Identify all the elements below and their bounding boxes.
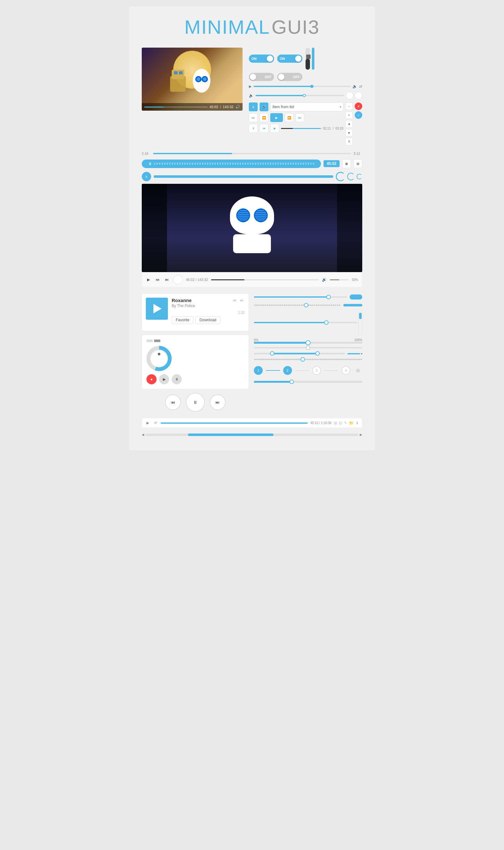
range-pct-row: 0% 100% [254, 338, 362, 344]
horizontal-slider-1[interactable] [254, 86, 350, 87]
pause-transport-btn[interactable]: ⏸ [249, 102, 258, 111]
circle-btn-1[interactable] [346, 92, 354, 99]
rec-play-button[interactable]: ▶ [159, 374, 169, 384]
slider-track-2[interactable] [254, 305, 341, 306]
circle-btn-check[interactable]: ✓ [355, 111, 362, 119]
horizontal-scrollbar[interactable] [146, 434, 358, 436]
range-scroll-track[interactable] [254, 322, 357, 323]
progress-slider-track[interactable] [254, 381, 362, 383]
scrollbar-v-1[interactable] [358, 310, 362, 335]
music-prev-btn[interactable]: ⏮ [232, 298, 237, 303]
circle-btn-2[interactable] [355, 92, 362, 99]
range-scroll-fill [254, 322, 326, 323]
scroll-right-arrow[interactable]: ▶ [360, 433, 362, 436]
pause-pill-button[interactable]: ⏸ [142, 159, 321, 168]
video-content [142, 48, 242, 111]
big-transport-controls: ⏮ ⏸ ⏭ [142, 393, 249, 412]
pause-large-btn[interactable]: ⏸ [142, 172, 151, 181]
svg-point-7 [197, 77, 200, 81]
download-button[interactable]: Download [195, 316, 220, 324]
big-pause-btn[interactable]: ⏸ [186, 393, 205, 412]
vertical-slider-1[interactable] [306, 48, 310, 70]
next-btn[interactable]: ⏩ [285, 113, 293, 122]
double-slider-track[interactable] [254, 353, 345, 354]
video-thumbnail[interactable]: 45:02 / 143:32 🔊 [142, 48, 242, 111]
bottom-scrollbar: ◀ ▶ [142, 432, 362, 438]
scroll-left-arrow[interactable]: ◀ [142, 433, 144, 436]
ffwd-btn[interactable]: ⏭ [295, 113, 304, 122]
step-dot-4[interactable]: 4 [341, 366, 350, 375]
knob-outer[interactable] [146, 346, 172, 371]
shuffle-icon[interactable]: ⇄ [359, 84, 362, 89]
speaker-transport-btn[interactable]: 🔊 [259, 102, 268, 111]
icon-sq-btn-1[interactable]: ⊞ [342, 159, 351, 168]
slider-track-empty[interactable] [254, 347, 362, 348]
step-dot-2[interactable]: 2 [283, 366, 292, 375]
video-progress-bar[interactable] [144, 107, 208, 107]
toggle-off-1[interactable]: OFF [249, 73, 274, 81]
pause-2-btn[interactable]: ⏸ [249, 124, 258, 133]
side-btn-drag[interactable]: ⠿ [345, 138, 353, 145]
prev-2-btn[interactable]: ⏮ [259, 124, 268, 133]
toggle-on-1[interactable]: ON [249, 54, 274, 63]
side-btn-plus[interactable]: + [345, 111, 353, 119]
slider-track-1[interactable] [254, 296, 347, 298]
icon-sq-btn-2[interactable]: ⊟ [354, 159, 362, 168]
big-vol-icon[interactable]: 🔊 [322, 277, 327, 282]
toolbar-progress-bar[interactable] [161, 422, 308, 424]
robot-big-visual [220, 196, 284, 259]
time-bubble-value: 45:02 [327, 161, 337, 166]
toolbar-icon-4[interactable]: 📁 [349, 421, 354, 425]
scrollbar-v-thumb-1 [359, 313, 362, 319]
play-small-icon[interactable]: ▶ [249, 84, 252, 89]
record-button[interactable]: ● [146, 374, 157, 384]
toggle-on-2[interactable]: ON [277, 54, 302, 63]
toggle-off-2-label: OFF [293, 75, 300, 79]
big-video-progress[interactable] [211, 279, 319, 280]
big-ffwd-btn[interactable]: ⏭ [210, 395, 226, 410]
side-btn-star[interactable]: ★ [345, 120, 353, 128]
favorite-button[interactable]: Favorite [172, 316, 193, 324]
side-btn-heart[interactable]: ♥ [345, 129, 353, 137]
volume-down-icon[interactable]: 🔉 [353, 84, 357, 89]
big-volume-fill [330, 279, 339, 280]
music-next-btn[interactable]: ⏭ [239, 298, 245, 303]
pct-slider-track[interactable] [254, 342, 362, 344]
main-progress-bar[interactable] [153, 153, 351, 154]
toolbar-icon-5[interactable]: ⬇ [356, 421, 359, 425]
prev-ctrl-btn[interactable]: ⏮ [154, 277, 161, 282]
toolbar-play-btn[interactable]: ▶ [145, 420, 150, 426]
toolbar-refresh-btn[interactable]: ↺ [153, 420, 158, 426]
listbox-dropdown[interactable]: Item from list ▼ [270, 102, 343, 111]
next-ctrl-btn[interactable]: ⏭ [164, 277, 170, 282]
vol-min-icon[interactable]: 🔈 [249, 93, 254, 98]
striped-slider-track[interactable] [254, 359, 362, 360]
toggle-off-1-knob [250, 74, 256, 80]
big-rewind-btn[interactable]: ⏮ [165, 395, 181, 410]
play-2-btn[interactable]: ▶ [270, 124, 279, 133]
circle-btn-red[interactable]: ✕ [355, 102, 362, 110]
large-progress-bar[interactable] [154, 175, 333, 178]
play-ctrl-btn[interactable]: ▶ [146, 277, 151, 282]
play-main-btn[interactable]: ▶ [270, 113, 283, 122]
toolbar-icon-2[interactable]: ⊟ [339, 421, 342, 425]
big-video-player[interactable] [142, 184, 362, 272]
toggle-off-2[interactable]: OFF [277, 73, 302, 81]
toolbar-icon-1[interactable]: ⊞ [334, 421, 337, 425]
prev-btn[interactable]: ⏪ [259, 113, 268, 122]
toolbar-time-display: 45:12 / 1:10:36 [310, 421, 331, 425]
side-btn-minus[interactable]: − [345, 102, 353, 110]
step-gear-icon[interactable]: ⚙ [354, 366, 362, 375]
big-volume-bar[interactable] [330, 279, 349, 280]
step-dot-3[interactable]: 3 [312, 366, 321, 375]
step-dot-1[interactable]: 1 [254, 366, 263, 375]
rewind-btn[interactable]: ⏮ [249, 113, 258, 122]
vol-circle-btn[interactable] [173, 275, 183, 284]
slider-knob-sq [306, 346, 310, 350]
rec-pause-button[interactable]: ⏸ [172, 374, 182, 384]
vertical-slider-2[interactable] [312, 48, 314, 70]
volume-slider[interactable] [255, 95, 344, 96]
toolbar-icon-3[interactable]: ✎ [344, 421, 347, 425]
vol-pct-label: 50% [352, 278, 358, 281]
playback-slider[interactable] [281, 128, 321, 129]
